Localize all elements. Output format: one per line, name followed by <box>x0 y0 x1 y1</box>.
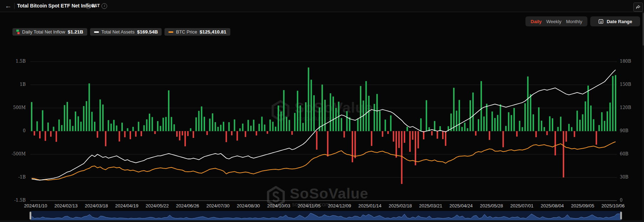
footer-strip <box>0 220 644 222</box>
x-axis-date-tick: 2024/07/30 <box>206 203 230 208</box>
y-axis-left-tick: 1B <box>3 82 26 87</box>
x-axis-date-tick: 2025/04/24 <box>450 203 473 208</box>
x-axis-date-tick: 2024/01/10 <box>24 203 47 208</box>
y-axis-left-tick: -1B <box>3 175 26 180</box>
navigator-handle-right[interactable] <box>620 212 622 220</box>
x-axis-date-tick: 2024/08/30 <box>237 203 260 208</box>
y-axis-left-tick: 1.5B <box>3 59 26 64</box>
x-axis-date-tick: 2025/05/28 <box>480 203 503 208</box>
y-axis-left-tick: -500M <box>3 151 26 156</box>
x-axis-date-tick: 2025/09/05 <box>571 203 594 208</box>
x-axis-date-tick: 2024/11/05 <box>298 203 320 208</box>
x-axis-date-tick: 2024/04/19 <box>115 203 138 208</box>
y-axis-right-tick: 90B <box>620 128 628 133</box>
y-axis-right-tick: 180B <box>620 59 631 64</box>
y-axis-left-tick: 0 <box>3 128 26 133</box>
y-axis-right-tick: 0 <box>620 198 623 203</box>
x-axis-date-tick: 2025/08/04 <box>541 203 564 208</box>
x-axis-date-tick: 2024/06/26 <box>176 203 199 208</box>
btc-price-line <box>32 142 616 180</box>
x-axis-date-tick: 2024/05/22 <box>146 203 169 208</box>
x-axis-date-tick: 2024/03/18 <box>85 203 108 208</box>
y-axis-left-tick: 500M <box>3 105 26 110</box>
y-axis-right-tick: 60B <box>620 151 628 156</box>
y-axis-right-tick: 150B <box>620 82 631 87</box>
etf-dashboard: ← Total Bitcoin Spot ETF Net Inflow i ES… <box>0 0 644 222</box>
y-axis-right-tick: 120B <box>620 105 631 110</box>
range-navigator <box>30 211 622 220</box>
navigator-handle-left[interactable] <box>30 212 31 220</box>
main-chart[interactable] <box>0 0 644 222</box>
x-axis-date-tick: 2024/12/09 <box>328 203 351 208</box>
x-axis-date-tick: 2025/10/06 <box>601 203 624 208</box>
x-axis-date-tick: 2025/07/01 <box>510 203 533 208</box>
x-axis-date-tick: 2024/02/13 <box>54 203 78 208</box>
x-axis-date-tick: 2025/03/21 <box>419 203 442 208</box>
gridlines <box>30 62 617 201</box>
y-axis-right-tick: 30B <box>620 175 628 180</box>
x-axis-date-tick: 2025/02/18 <box>389 203 412 208</box>
x-axis-date-tick: 2024/10/03 <box>267 203 290 208</box>
y-axis-left-tick: -1.5B <box>3 198 26 203</box>
x-axis-date-tick: 2025/01/14 <box>358 203 382 208</box>
